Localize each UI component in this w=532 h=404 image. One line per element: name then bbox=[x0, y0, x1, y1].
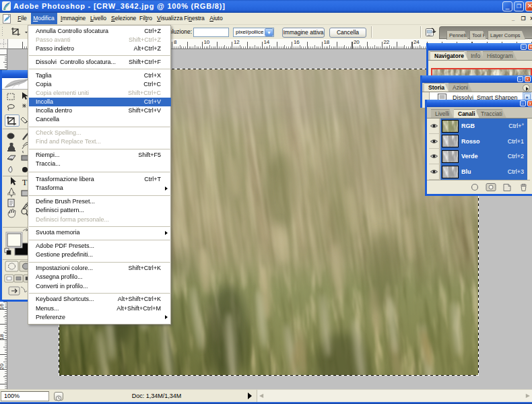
svg-text:T: T bbox=[22, 178, 28, 187]
